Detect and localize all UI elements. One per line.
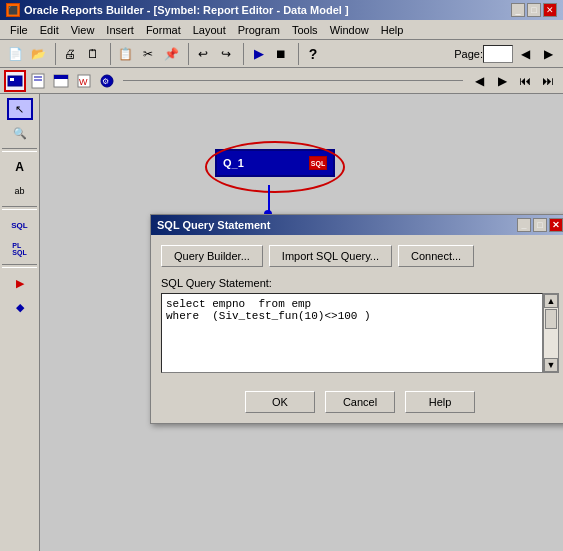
dialog-title: SQL Query Statement [157, 219, 271, 231]
dialog-toolbar: Query Builder... Import SQL Query... Con… [161, 245, 559, 267]
page-label: Page: [454, 48, 483, 60]
textarea-scrollbar[interactable]: ▲ ▼ [543, 293, 559, 373]
menu-bar: File Edit View Insert Format Layout Prog… [0, 20, 563, 40]
close-button[interactable]: ✕ [543, 3, 557, 17]
nav-prev[interactable]: ◀ [468, 70, 490, 92]
menu-insert[interactable]: Insert [100, 22, 140, 38]
svg-text:⚙: ⚙ [102, 77, 109, 86]
text-tool[interactable]: A [7, 156, 33, 178]
canvas-area: Q_1 SQL G_empno 789 ♦ empno [40, 94, 563, 551]
tool3[interactable] [50, 70, 72, 92]
tool1[interactable] [4, 70, 26, 92]
page-field: Page: [454, 45, 513, 63]
dialog-close[interactable]: ✕ [549, 218, 563, 232]
help-button[interactable]: ? [302, 43, 324, 65]
menu-program[interactable]: Program [232, 22, 286, 38]
stop-button[interactable]: ⏹ [270, 43, 292, 65]
title-controls: _ □ ✕ [511, 3, 557, 17]
report-icon [30, 73, 46, 89]
run-button[interactable]: ▶ [247, 43, 269, 65]
new-button[interactable]: 📄 [4, 43, 26, 65]
nav-last[interactable]: ⏭ [537, 70, 559, 92]
minimize-button[interactable]: _ [511, 3, 525, 17]
dialog-footer: OK Cancel Help [151, 383, 563, 423]
copy-button[interactable]: 📋 [114, 43, 136, 65]
query-builder-button[interactable]: Query Builder... [161, 245, 263, 267]
dialog-overlay: SQL Query Statement _ □ ✕ Query Builder.… [40, 94, 563, 551]
select-tool[interactable]: ↖ [7, 98, 33, 120]
main-toolbar: 📄 📂 🖨 🗒 📋 ✂ 📌 ↩ ↪ ▶ ⏹ ? Page: ◀ ▶ [0, 40, 563, 68]
maximize-button[interactable]: □ [527, 3, 541, 17]
plsql-tool[interactable]: PLSQL [7, 238, 33, 260]
dialog-controls: _ □ ✕ [517, 218, 563, 232]
svg-text:W: W [79, 77, 88, 87]
sql-query-dialog: SQL Query Statement _ □ ✕ Query Builder.… [150, 214, 563, 424]
scroll-up[interactable]: ▲ [544, 294, 558, 308]
sql-tool[interactable]: SQL [7, 214, 33, 236]
tool5[interactable]: ⚙ [96, 70, 118, 92]
svg-rect-6 [54, 75, 68, 79]
prev-page-button[interactable]: ◀ [514, 43, 536, 65]
data-model-icon [7, 73, 23, 89]
second-toolbar: W ⚙ ◀ ▶ ⏮ ⏭ [0, 68, 563, 94]
menu-edit[interactable]: Edit [34, 22, 65, 38]
main-area: ↖ 🔍 A ab SQL PLSQL ▶ ◆ Q_1 SQL G_empno [0, 94, 563, 551]
tool2[interactable] [27, 70, 49, 92]
zoom-tool[interactable]: 🔍 [7, 122, 33, 144]
redo-button[interactable]: ↪ [215, 43, 237, 65]
print-button[interactable]: 🖨 [59, 43, 81, 65]
diamond-tool[interactable]: ◆ [7, 296, 33, 318]
menu-window[interactable]: Window [324, 22, 375, 38]
title-bar: ⬛ Oracle Reports Builder - [Symbel: Repo… [0, 0, 563, 20]
dialog-maximize[interactable]: □ [533, 218, 547, 232]
paste-button[interactable]: 📌 [160, 43, 182, 65]
ok-button[interactable]: OK [245, 391, 315, 413]
dialog-body: Query Builder... Import SQL Query... Con… [151, 235, 563, 383]
menu-help[interactable]: Help [375, 22, 410, 38]
connect-button[interactable]: Connect... [398, 245, 474, 267]
cancel-button[interactable]: Cancel [325, 391, 395, 413]
menu-layout[interactable]: Layout [187, 22, 232, 38]
open-button[interactable]: 📂 [27, 43, 49, 65]
undo-button[interactable]: ↩ [192, 43, 214, 65]
page-input[interactable] [483, 45, 513, 63]
sql-textarea[interactable]: select empno from emp where (Siv_test_fu… [161, 293, 543, 373]
scroll-down[interactable]: ▼ [544, 358, 558, 372]
nav-first[interactable]: ⏮ [514, 70, 536, 92]
import-sql-button[interactable]: Import SQL Query... [269, 245, 392, 267]
dialog-title-bar: SQL Query Statement _ □ ✕ [151, 215, 563, 235]
tool4[interactable]: W [73, 70, 95, 92]
app-icon: ⬛ [6, 3, 20, 17]
print-preview-button[interactable]: 🗒 [82, 43, 104, 65]
scroll-track [544, 308, 558, 358]
field-tool[interactable]: ab [7, 180, 33, 202]
scroll-thumb[interactable] [545, 309, 557, 329]
menu-file[interactable]: File [4, 22, 34, 38]
menu-view[interactable]: View [65, 22, 101, 38]
next-page-button[interactable]: ▶ [537, 43, 559, 65]
cut-button[interactable]: ✂ [137, 43, 159, 65]
shape-tool[interactable]: ▶ [7, 272, 33, 294]
nav-next[interactable]: ▶ [491, 70, 513, 92]
help-button[interactable]: Help [405, 391, 475, 413]
textarea-container: select empno from emp where (Siv_test_fu… [161, 293, 559, 373]
menu-format[interactable]: Format [140, 22, 187, 38]
sidebar: ↖ 🔍 A ab SQL PLSQL ▶ ◆ [0, 94, 40, 551]
dialog-minimize[interactable]: _ [517, 218, 531, 232]
sql-query-label: SQL Query Statement: [161, 277, 559, 289]
menu-tools[interactable]: Tools [286, 22, 324, 38]
svg-rect-1 [10, 78, 14, 81]
svg-rect-2 [32, 74, 44, 88]
title-text: Oracle Reports Builder - [Symbel: Report… [24, 4, 349, 16]
